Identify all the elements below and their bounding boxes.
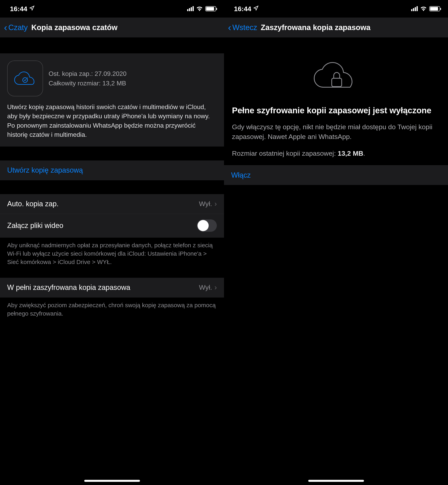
status-time: 16:44 [234,5,251,13]
back-label: Czaty [8,23,28,32]
chevron-left-icon: ‹ [228,23,231,32]
status-time: 16:44 [10,5,27,13]
battery-icon [205,6,216,11]
backup-description: Utwórz kopię zapasową historii swoich cz… [7,102,217,139]
include-videos-label: Załącz pliki wideo [7,221,63,230]
back-label: Wstecz [232,23,257,32]
content: Ost. kopia zap.: 27.09.2020 Całkowity ro… [0,37,224,485]
auto-backup-row[interactable]: Auto. kopia zap. Wył. › [0,194,224,214]
screen-backup-settings: 16:44 ‹ Czaty Kopia zapasowa czatów [0,0,224,485]
backup-info-card: Ost. kopia zap.: 27.09.2020 Całkowity ro… [0,53,224,147]
wifi-icon [196,5,203,13]
status-bar: 16:44 [0,0,224,17]
hero-size-label: Rozmiar ostatniej kopii zapasowej: [232,150,338,157]
backup-now-label: Utwórz kopię zapasową [7,166,83,175]
include-videos-toggle[interactable] [197,219,217,232]
wifi-icon [420,5,427,13]
total-size-label: Całkowity rozmiar: 13,2 MB [48,79,127,88]
back-button[interactable]: ‹ Czaty [4,23,28,32]
hero-size-row: Rozmiar ostatniej kopii zapasowej: 13,2 … [232,150,440,157]
last-backup-label: Ost. kopia zap.: 27.09.2020 [48,69,127,79]
cloud-lock-icon [232,57,440,93]
cellular-signal-icon [187,6,194,11]
back-button[interactable]: ‹ Wstecz [228,23,257,32]
hero-size-value: 13,2 MB [338,150,363,157]
home-indicator[interactable] [84,480,140,482]
include-videos-row: Załącz pliki wideo [0,214,224,238]
video-footer-text: Aby uniknąć nadmiernych opłat za przesył… [0,238,224,270]
location-icon [253,6,258,12]
page-title: Zaszyfrowana kopia zapasowa [261,23,371,32]
home-indicator[interactable] [308,480,364,482]
nav-bar: ‹ Wstecz Zaszyfrowana kopia zapasowa [224,17,448,37]
screen-encrypted-backup: 16:44 ‹ Wstecz Zaszyfrowana kopia zapaso… [224,0,448,485]
backup-now-button[interactable]: Utwórz kopię zapasową [0,160,224,180]
chevron-right-icon: › [215,200,217,208]
enable-button[interactable]: Włącz [224,165,448,185]
nav-bar: ‹ Czaty Kopia zapasowa czatów [0,17,224,37]
hero-section: Pełne szyfrowanie kopii zapasowej jest w… [224,37,448,165]
encrypted-backup-value: Wył. [199,284,212,291]
chevron-left-icon: ‹ [4,23,7,32]
auto-backup-label: Auto. kopia zap. [7,200,58,208]
hero-title: Pełne szyfrowanie kopii zapasowej jest w… [232,105,440,116]
content: Pełne szyfrowanie kopii zapasowej jest w… [224,37,448,485]
encrypted-backup-label: W pełni zaszyfrowana kopia zapasowa [7,283,130,292]
auto-backup-value: Wył. [199,200,212,208]
page-title: Kopia zapasowa czatów [31,23,118,32]
encrypted-backup-row[interactable]: W pełni zaszyfrowana kopia zapasowa Wył.… [0,278,224,297]
svg-rect-1 [332,78,342,87]
status-bar: 16:44 [224,0,448,17]
enable-label: Włącz [231,171,251,179]
location-icon [29,6,34,12]
hero-description: Gdy włączysz tę opcję, nikt nie będzie m… [232,122,440,142]
chevron-right-icon: › [215,283,217,292]
cloud-backup-icon [7,61,43,96]
cellular-signal-icon [411,6,418,11]
battery-icon [429,6,440,11]
encrypted-footer-text: Aby zwiększyć poziom zabezpieczeń, chroń… [0,297,224,321]
